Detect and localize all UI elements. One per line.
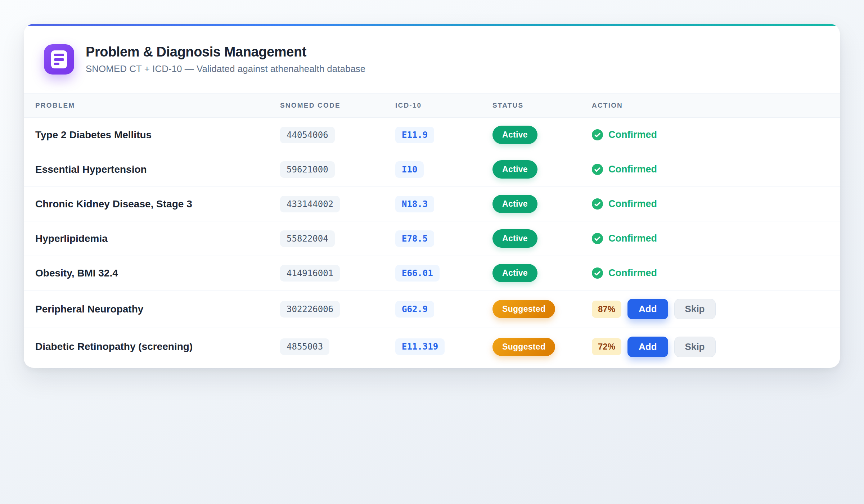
suggest-actions: 72% Add Skip	[592, 337, 828, 357]
skip-button[interactable]: Skip	[674, 337, 716, 357]
table-row: Obesity, BMI 32.4 414916001 E66.01 Activ…	[24, 256, 840, 291]
snomed-code-chip: 414916001	[280, 265, 340, 282]
icd10-code-chip: E11.9	[395, 127, 434, 143]
status-badge: Suggested	[492, 338, 555, 356]
table-row: Hyperlipidemia 55822004 E78.5 Active Con…	[24, 221, 840, 256]
icd10-code-chip: E66.01	[395, 265, 440, 282]
col-header-snomed-code: SNOMED CODE	[280, 102, 395, 109]
suggest-actions: 87% Add Skip	[592, 299, 828, 319]
check-circle-icon	[592, 129, 603, 140]
icd10-code-chip: I10	[395, 161, 424, 178]
confidence-chip: 72%	[592, 338, 621, 355]
snomed-code-chip: 4855003	[280, 338, 329, 355]
table-row: Diabetic Retinopathy (screening) 4855003…	[24, 328, 840, 365]
icd10-code-chip: E78.5	[395, 230, 434, 247]
page-subtitle: SNOMED CT + ICD-10 — Validated against a…	[86, 63, 365, 75]
add-button[interactable]: Add	[627, 337, 668, 357]
snomed-code-chip: 302226006	[280, 301, 340, 318]
confirmed-label: Confirmed	[608, 129, 657, 140]
problem-name: Type 2 Diabetes Mellitus	[35, 129, 280, 141]
table-row: Type 2 Diabetes Mellitus 44054006 E11.9 …	[24, 118, 840, 152]
table-row: Essential Hypertension 59621000 I10 Acti…	[24, 152, 840, 187]
check-circle-icon	[592, 198, 603, 210]
snomed-code-chip: 55822004	[280, 230, 335, 247]
header-titles: Problem & Diagnosis Management SNOMED CT…	[86, 44, 365, 75]
col-header-action: ACTION	[592, 102, 828, 109]
check-circle-icon	[592, 233, 603, 244]
skip-button[interactable]: Skip	[674, 299, 716, 319]
status-badge: Active	[492, 264, 537, 282]
problem-name: Hyperlipidemia	[35, 233, 280, 244]
problem-name: Diabetic Retinopathy (screening)	[35, 341, 280, 352]
confirmed-indicator: Confirmed	[592, 267, 828, 279]
confirmed-indicator: Confirmed	[592, 233, 828, 244]
status-badge: Suggested	[492, 300, 555, 318]
confirmed-label: Confirmed	[608, 198, 657, 210]
icd10-code-chip: G62.9	[395, 301, 434, 318]
status-badge: Active	[492, 195, 537, 213]
table-row: Chronic Kidney Disease, Stage 3 43314400…	[24, 187, 840, 221]
problem-name: Essential Hypertension	[35, 164, 280, 175]
accent-gradient-bar	[24, 24, 840, 26]
snomed-code-chip: 44054006	[280, 127, 335, 143]
status-badge: Active	[492, 160, 537, 179]
confidence-chip: 87%	[592, 301, 621, 318]
col-header-problem: PROBLEM	[35, 102, 280, 109]
confirmed-indicator: Confirmed	[592, 129, 828, 140]
confirmed-indicator: Confirmed	[592, 198, 828, 210]
problem-name: Obesity, BMI 32.4	[35, 267, 280, 279]
problem-name: Peripheral Neuropathy	[35, 303, 280, 315]
snomed-code-chip: 433144002	[280, 196, 340, 212]
confirmed-label: Confirmed	[608, 233, 657, 244]
confirmed-label: Confirmed	[608, 164, 657, 175]
status-badge: Active	[492, 229, 537, 248]
col-header-icd10: ICD-10	[395, 102, 492, 109]
status-badge: Active	[492, 126, 537, 144]
icd10-code-chip: E11.319	[395, 338, 445, 355]
add-button[interactable]: Add	[627, 299, 668, 319]
table-row: Peripheral Neuropathy 302226006 G62.9 Su…	[24, 291, 840, 328]
card-header: Problem & Diagnosis Management SNOMED CT…	[24, 26, 840, 93]
col-header-status: STATUS	[492, 102, 592, 109]
check-circle-icon	[592, 164, 603, 175]
check-circle-icon	[592, 267, 603, 279]
icd10-code-chip: N18.3	[395, 196, 434, 212]
confirmed-indicator: Confirmed	[592, 164, 828, 175]
table-header: PROBLEM SNOMED CODE ICD-10 STATUS ACTION	[24, 93, 840, 118]
problem-name: Chronic Kidney Disease, Stage 3	[35, 198, 280, 210]
snomed-code-chip: 59621000	[280, 161, 335, 178]
table-body: Type 2 Diabetes Mellitus 44054006 E11.9 …	[24, 118, 840, 365]
document-glyph	[51, 50, 67, 68]
confirmed-label: Confirmed	[608, 267, 657, 279]
page-title: Problem & Diagnosis Management	[86, 44, 365, 60]
problem-management-card: Problem & Diagnosis Management SNOMED CT…	[24, 24, 840, 368]
document-list-icon	[44, 44, 74, 75]
